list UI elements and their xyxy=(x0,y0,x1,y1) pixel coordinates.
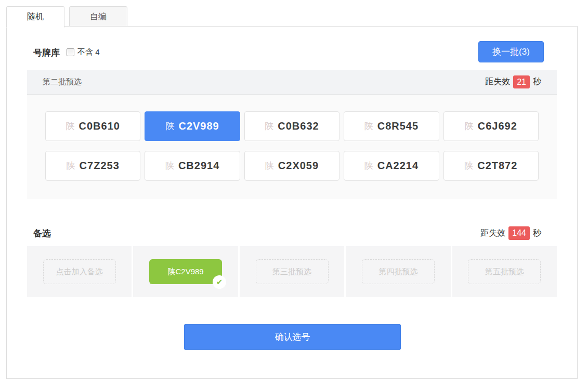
batch-title: 第二批预选 xyxy=(43,77,82,87)
library-title: 号牌库 xyxy=(33,47,60,59)
confirm-selection-button[interactable]: 确认选号 xyxy=(184,324,401,350)
plate-province: 陕 xyxy=(364,160,373,172)
alt-slot-empty[interactable]: 第三批预选 xyxy=(256,259,329,284)
alt-slot-empty[interactable]: 点击加入备选 xyxy=(43,259,116,284)
alt-slot-cell: 第五批预选 xyxy=(452,246,557,297)
plate-number: C8R545 xyxy=(377,120,419,132)
check-icon: ✔ xyxy=(213,275,226,289)
plate-selection-panel: 号牌库 不含 4 换一批(3) 第二批预选 距失效 21 秒 陕C0B610陕C… xyxy=(6,26,578,379)
plate-number: C0B610 xyxy=(79,120,120,132)
alt-slot-cell: 点击加入备选 xyxy=(27,246,132,297)
plate-province: 陕 xyxy=(165,120,174,132)
alt-expiry-prefix: 距失效 xyxy=(480,228,505,239)
plate-option[interactable]: 陕C2T872 xyxy=(443,151,539,181)
plate-number: C7Z253 xyxy=(80,160,120,172)
plate-province: 陕 xyxy=(66,120,75,132)
tab-random[interactable]: 随机 xyxy=(6,6,64,28)
alt-expiry-countdown: 距失效 144 秒 xyxy=(480,226,541,239)
plate-number: CA2214 xyxy=(377,160,419,172)
plate-option[interactable]: 陕C0B632 xyxy=(244,111,339,141)
plate-number: C2T872 xyxy=(477,160,517,172)
refresh-batch-button[interactable]: 换一批(3) xyxy=(478,41,544,62)
tab-bar: 随机 自编 xyxy=(6,6,127,28)
alt-expiry-suffix: 秒 xyxy=(533,228,541,239)
plate-province: 陕 xyxy=(465,120,474,132)
library-header: 号牌库 不含 4 换一批(3) xyxy=(7,27,577,70)
plate-option[interactable]: 陕C2X059 xyxy=(244,151,339,181)
plate-province: 陕 xyxy=(165,160,174,172)
alt-slot-cell: 第三批预选 xyxy=(240,246,344,297)
plate-province: 陕 xyxy=(464,160,473,172)
plate-number: CB2914 xyxy=(178,160,219,172)
plate-option-selected[interactable]: 陕C2V989 xyxy=(145,111,240,141)
plate-option[interactable]: 陕C7Z253 xyxy=(45,151,140,181)
alt-slot-label: 陕C2V989 xyxy=(168,267,204,277)
plate-option[interactable]: 陕CB2914 xyxy=(145,151,240,181)
plate-province: 陕 xyxy=(265,120,273,132)
plate-pool-panel: 第二批预选 距失效 21 秒 陕C0B610陕C2V989陕C0B632陕C8R… xyxy=(27,70,557,199)
plate-number: C6J692 xyxy=(478,120,517,132)
alt-expiry-seconds-badge: 144 xyxy=(508,226,530,239)
plate-province: 陕 xyxy=(364,120,373,132)
plate-option[interactable]: 陕C8R545 xyxy=(344,111,439,141)
plate-pool-header: 第二批预选 距失效 21 秒 xyxy=(27,70,557,95)
plate-option[interactable]: 陕CA2214 xyxy=(344,151,439,181)
plate-province: 陕 xyxy=(67,160,75,172)
alternatives-title: 备选 xyxy=(33,227,51,239)
alt-slot-empty[interactable]: 第四批预选 xyxy=(362,259,435,284)
alternatives-header: 备选 距失效 144 秒 xyxy=(27,220,557,246)
alt-slot-filled[interactable]: 陕C2V989✔ xyxy=(149,259,222,284)
alt-slot-cell: 第四批预选 xyxy=(346,246,450,297)
exclude-4-label: 不含 4 xyxy=(77,47,100,57)
plate-number: C2V989 xyxy=(178,120,219,132)
plate-number: C2X059 xyxy=(278,160,319,172)
alt-slot-label: 点击加入备选 xyxy=(56,267,103,277)
pool-expiry-seconds-badge: 21 xyxy=(513,75,530,88)
exclude-4-checkbox[interactable] xyxy=(67,48,74,56)
pool-expiry-countdown: 距失效 21 秒 xyxy=(485,75,541,88)
alt-slot-label: 第三批预选 xyxy=(272,267,311,277)
alt-slot-cell: 陕C2V989✔ xyxy=(133,246,238,297)
plate-grid: 陕C0B610陕C2V989陕C0B632陕C8R545陕C6J692陕C7Z2… xyxy=(27,95,557,181)
alt-slot-label: 第五批预选 xyxy=(485,267,524,277)
pool-expiry-prefix: 距失效 xyxy=(485,77,510,87)
plate-option[interactable]: 陕C0B610 xyxy=(45,111,140,141)
alt-slot-empty[interactable]: 第五批预选 xyxy=(468,259,541,284)
plate-number: C0B632 xyxy=(278,120,319,132)
plate-province: 陕 xyxy=(265,160,274,172)
alt-slot-label: 第四批预选 xyxy=(378,267,417,277)
pool-expiry-suffix: 秒 xyxy=(533,77,541,87)
exclude-4-option[interactable]: 不含 4 xyxy=(67,47,100,57)
plate-option[interactable]: 陕C6J692 xyxy=(443,111,539,141)
tab-custom[interactable]: 自编 xyxy=(69,6,127,27)
alternatives-strip: 点击加入备选陕C2V989✔第三批预选第四批预选第五批预选 xyxy=(27,246,557,297)
